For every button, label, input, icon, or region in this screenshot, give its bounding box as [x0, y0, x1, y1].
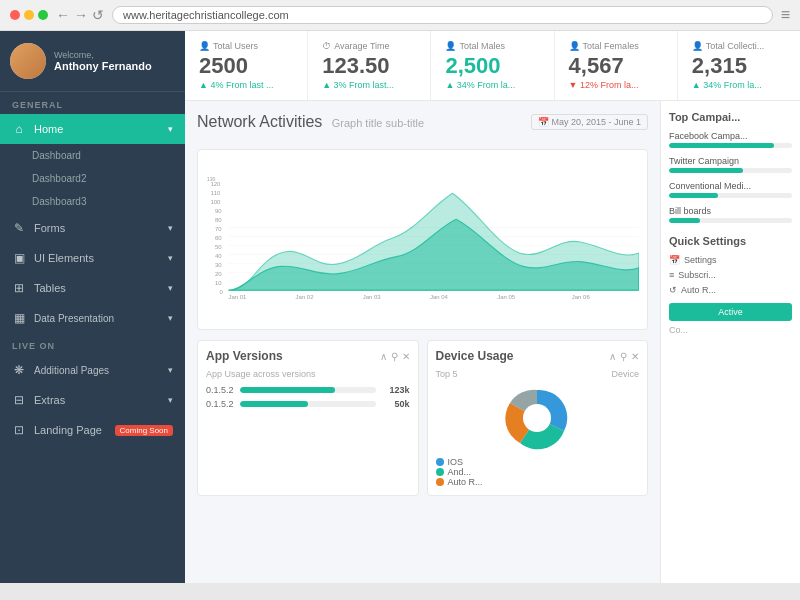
device-pie-chart	[436, 383, 640, 453]
sidebar-item-dashboard2[interactable]: Dashboard2	[0, 167, 185, 190]
close-button[interactable]	[10, 10, 20, 20]
chevron-down-icon: ▾	[168, 283, 173, 293]
svg-text:40: 40	[215, 253, 222, 259]
coming-soon-badge: Coming Soon	[115, 425, 173, 436]
minimize-button[interactable]	[24, 10, 34, 20]
svg-text:Jan 06: Jan 06	[572, 294, 591, 300]
sidebar: Welcome, Anthony Fernando GENERAL ⌂ Home…	[0, 31, 185, 583]
top-5-label: Top 5	[436, 369, 458, 379]
sort-icon[interactable]: ∧	[380, 351, 387, 362]
version-label: 0.1.5.2	[206, 399, 234, 409]
sidebar-item-label: Extras	[34, 394, 65, 406]
sidebar-item-label: Additional Pages	[34, 365, 109, 376]
svg-text:70: 70	[215, 226, 222, 232]
chevron-down-icon: ▾	[168, 253, 173, 263]
chevron-down-icon: ▾	[168, 124, 173, 134]
auto-dot	[436, 478, 444, 486]
app-versions-panel: App Versions ∧ ⚲ ✕ App Usage across vers…	[197, 340, 419, 496]
forms-icon: ✎	[12, 221, 26, 235]
stats-bar: 👤Total Users 2500 ▲ 4% From last ... ⏱Av…	[185, 31, 800, 101]
profile-section: Welcome, Anthony Fernando	[0, 31, 185, 92]
right-sidebar: Top Campai... Facebook Campa... Twitter …	[660, 101, 800, 583]
traffic-lights	[10, 10, 48, 20]
version-label: 0.1.5.2	[206, 385, 234, 395]
svg-text:60: 60	[215, 235, 222, 241]
active-badge: Active	[669, 303, 792, 321]
sidebar-item-ui-elements[interactable]: ▣ UI Elements ▾	[0, 243, 185, 273]
sidebar-item-additional-pages[interactable]: ❋ Additional Pages ▾	[0, 355, 185, 385]
co-label: Co...	[669, 325, 792, 335]
device-usage-panel: Device Usage ∧ ⚲ ✕ Top 5 Device	[427, 340, 649, 496]
sort-icon[interactable]: ∧	[609, 351, 616, 362]
sidebar-item-label: Tables	[34, 282, 66, 294]
sidebar-item-label: Data Presentation	[34, 313, 114, 324]
top-campaigns-title: Top Campai...	[669, 111, 792, 123]
svg-text:Jan 03: Jan 03	[363, 294, 382, 300]
svg-text:80: 80	[215, 217, 222, 223]
quick-settings-title: Quick Settings	[669, 235, 792, 247]
stat-avarage-time: ⏱Avarage Time 123.50 ▲ 3% From last...	[308, 31, 431, 100]
ui-elements-icon: ▣	[12, 251, 26, 265]
svg-text:10: 10	[215, 280, 222, 286]
sidebar-item-data-presentation[interactable]: ▦ Data Presentation ▾	[0, 303, 185, 333]
close-icon[interactable]: ✕	[402, 351, 410, 362]
version-bar	[240, 401, 376, 407]
sidebar-item-landing-page[interactable]: ⊡ Landing Page Coming Soon	[0, 415, 185, 445]
profile-info: Welcome, Anthony Fernando	[54, 50, 152, 72]
stat-total-users: 👤Total Users 2500 ▲ 4% From last ...	[185, 31, 308, 100]
sidebar-item-label: UI Elements	[34, 252, 94, 264]
stat-total-collecti: 👤Total Collecti... 2,315 ▲ 34% From la..…	[678, 31, 800, 100]
svg-text:30: 30	[215, 262, 222, 268]
network-header: Network Activities Graph title sub-title…	[197, 113, 648, 131]
chevron-down-icon: ▾	[168, 395, 173, 405]
sidebar-item-forms[interactable]: ✎ Forms ▾	[0, 213, 185, 243]
browser-chrome: ← → ↺ www.heritagechristiancollege.com ≡	[0, 0, 800, 31]
close-icon[interactable]: ✕	[631, 351, 639, 362]
campaign-item-facebook: Facebook Campa...	[669, 131, 792, 148]
svg-text:50: 50	[215, 244, 222, 250]
sidebar-item-dashboard[interactable]: Dashboard	[0, 144, 185, 167]
svg-text:90: 90	[215, 208, 222, 214]
chevron-down-icon: ▾	[168, 365, 173, 375]
svg-text:Jan 04: Jan 04	[430, 294, 449, 300]
browser-menu-button[interactable]: ≡	[781, 6, 790, 24]
refresh-button[interactable]: ↺	[92, 7, 104, 23]
sidebar-item-home[interactable]: ⌂ Home ▾	[0, 114, 185, 144]
sidebar-item-label: Landing Page	[34, 424, 102, 436]
qs-subscri[interactable]: ≡ Subscri...	[669, 270, 792, 280]
maximize-button[interactable]	[38, 10, 48, 20]
calendar-icon: 📅	[669, 255, 680, 265]
stat-total-females: 👤Total Females 4,567 ▼ 12% From la...	[555, 31, 678, 100]
additional-pages-icon: ❋	[12, 363, 26, 377]
sidebar-item-label: Home	[34, 123, 63, 135]
main-content: 👤Total Users 2500 ▲ 4% From last ... ⏱Av…	[185, 31, 800, 583]
forward-button[interactable]: →	[74, 7, 88, 23]
content-area: Network Activities Graph title sub-title…	[185, 101, 800, 583]
sidebar-item-tables[interactable]: ⊞ Tables ▾	[0, 273, 185, 303]
svg-text:130: 130	[207, 176, 216, 182]
version-row: 0.1.5.2 123k	[206, 385, 410, 395]
avatar	[10, 43, 46, 79]
back-button[interactable]: ←	[56, 7, 70, 23]
qs-auto[interactable]: ↺ Auto R...	[669, 285, 792, 295]
address-bar[interactable]: www.heritagechristiancollege.com	[112, 6, 773, 24]
campaign-item-twitter: Twitter Campaign	[669, 156, 792, 173]
device-legend-auto: Auto R...	[436, 477, 640, 487]
app-container: Welcome, Anthony Fernando GENERAL ⌂ Home…	[0, 31, 800, 583]
general-label: GENERAL	[0, 92, 185, 114]
svg-text:0: 0	[219, 289, 223, 295]
extras-icon: ⊟	[12, 393, 26, 407]
device-legend-android: And...	[436, 467, 640, 477]
svg-text:20: 20	[215, 271, 222, 277]
pin-icon[interactable]: ⚲	[620, 351, 627, 362]
list-icon: ≡	[669, 270, 674, 280]
pin-icon[interactable]: ⚲	[391, 351, 398, 362]
qs-settings[interactable]: 📅 Settings	[669, 255, 792, 265]
chevron-down-icon: ▾	[168, 223, 173, 233]
sidebar-item-extras[interactable]: ⊟ Extras ▾	[0, 385, 185, 415]
app-versions-title: App Versions	[206, 349, 283, 363]
svg-text:Jan 05: Jan 05	[497, 294, 516, 300]
refresh-icon: ↺	[669, 285, 677, 295]
sidebar-item-dashboard3[interactable]: Dashboard3	[0, 190, 185, 213]
live-on-label: LIVE ON	[0, 333, 185, 355]
